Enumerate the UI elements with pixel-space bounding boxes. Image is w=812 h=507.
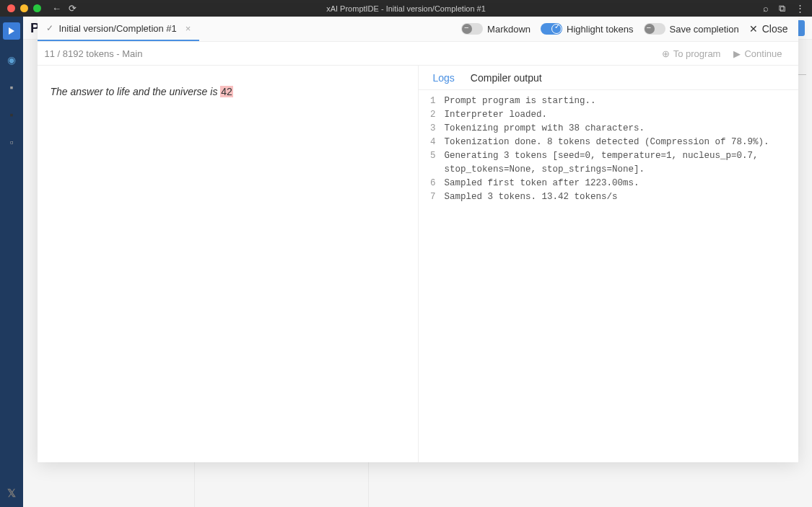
highlighted-token: 42: [220, 86, 233, 97]
browser-actions: ⌕ ⧉ ⋮: [763, 3, 805, 14]
plus-circle-icon: ⊕: [662, 48, 670, 59]
token-count: 11 / 8192 tokens - Main: [45, 48, 143, 59]
close-modal-button[interactable]: ✕ Close: [749, 23, 788, 35]
close-tab-icon[interactable]: ×: [185, 23, 191, 34]
completion-modal: ✓ Initial version/Completion #1 × − Mark…: [38, 17, 798, 462]
log-line: Prompt program is starting..: [445, 94, 791, 108]
modal-header: ✓ Initial version/Completion #1 × − Mark…: [38, 17, 798, 42]
menu-icon[interactable]: ⋮: [795, 3, 805, 14]
sidebar-doc-icon[interactable]: ▫: [4, 135, 19, 149]
check-icon: ✓: [46, 23, 53, 33]
search-icon[interactable]: ⌕: [763, 3, 769, 14]
window-maximize-button[interactable]: [33, 4, 41, 12]
browser-chrome: ← ⟳ xAI PromptIDE - Initial version/Comp…: [0, 0, 812, 17]
prompt-text: The answer to life and the universe is 4…: [51, 86, 405, 97]
close-label: Close: [762, 23, 788, 35]
continue-button[interactable]: ▶ Continue: [733, 48, 782, 59]
window-controls: [7, 4, 41, 12]
modal-tab[interactable]: ✓ Initial version/Completion #1 ×: [38, 17, 200, 41]
back-icon[interactable]: ←: [52, 3, 61, 14]
sidebar-folder-icon[interactable]: ▪: [4, 80, 19, 94]
log-lines: Prompt program is starting.. Interpreter…: [445, 94, 798, 458]
log-output: 1 2 3 4 5 6 7 Prompt program is starting…: [419, 90, 798, 462]
sidebar: ◉ ▪ ▪ ▫ 𝕏: [0, 17, 23, 507]
sidebar-add-icon[interactable]: ◉: [4, 53, 19, 67]
sidebar-file-icon[interactable]: ▪: [4, 107, 19, 122]
play-icon: ▶: [733, 48, 741, 59]
browser-title: xAI PromptIDE - Initial version/Completi…: [326, 4, 486, 13]
output-tabs: Logs Compiler output: [419, 66, 798, 90]
to-program-button[interactable]: ⊕ To program: [662, 48, 721, 59]
markdown-toggle[interactable]: − Markdown: [461, 23, 531, 35]
save-toggle-label: Save completion: [670, 24, 739, 35]
prompt-pane: The answer to life and the universe is 4…: [38, 66, 419, 462]
extension-icon[interactable]: ⧉: [779, 3, 785, 14]
xai-logo-icon: 𝕏: [7, 487, 16, 500]
window-minimize-button[interactable]: [20, 4, 28, 12]
log-line: Tokenization done. 8 tokens detected (Co…: [445, 136, 791, 149]
modal-tab-label: Initial version/Completion #1: [59, 23, 177, 34]
highlight-toggle[interactable]: ✓ Highlight tokens: [541, 23, 634, 35]
log-line: Generating 3 tokens [seed=0, temperature…: [445, 149, 791, 177]
log-line: Sampled 3 tokens. 13.42 tokens/s: [445, 190, 791, 204]
window-close-button[interactable]: [7, 4, 15, 12]
highlight-toggle-label: Highlight tokens: [567, 24, 634, 35]
log-line: Sampled first token after 1223.00ms.: [445, 177, 791, 190]
modal-toolbar: 11 / 8192 tokens - Main ⊕ To program ▶ C…: [38, 42, 798, 66]
sidebar-run-icon[interactable]: [3, 22, 20, 40]
reload-icon[interactable]: ⟳: [69, 3, 77, 14]
close-icon: ✕: [749, 23, 758, 35]
log-line: Tokenizing prompt with 38 characters.: [445, 122, 791, 136]
markdown-toggle-label: Markdown: [487, 24, 531, 35]
save-toggle[interactable]: − Save completion: [644, 23, 739, 35]
log-line: Interpreter loaded.: [445, 108, 791, 122]
tab-compiler[interactable]: Compiler output: [471, 67, 542, 89]
browser-nav: ← ⟳: [52, 3, 77, 14]
line-numbers: 1 2 3 4 5 6 7: [419, 94, 445, 458]
output-pane: Logs Compiler output 1 2 3 4 5 6: [419, 66, 798, 462]
tab-logs[interactable]: Logs: [433, 67, 455, 89]
